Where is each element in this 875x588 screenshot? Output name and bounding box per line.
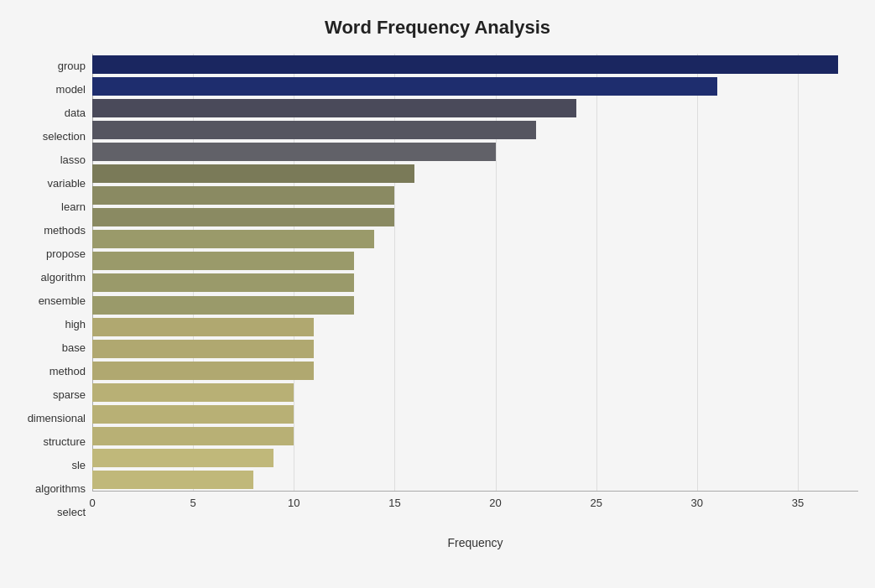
bar [92,164,414,183]
bar-row [92,316,858,338]
bar-row [92,403,858,425]
y-label: select [57,501,86,523]
bar [92,427,294,445]
bar [92,77,717,96]
x-tick: 35 [792,497,804,509]
y-label: structure [43,430,86,453]
y-label: high [65,313,86,336]
y-label: lasso [60,148,86,171]
bar-row [92,141,858,163]
bar-row [92,469,858,491]
x-tick: 30 [691,497,703,509]
bar-row [92,382,858,403]
bar-row [92,228,858,250]
y-label: variable [47,172,86,195]
bar-row [92,97,858,119]
y-label: ensemble [39,289,86,312]
y-label: group [58,55,86,77]
y-label: data [65,101,86,124]
y-label: algorithms [35,477,86,500]
bar [92,405,294,424]
bar [92,55,838,74]
y-label: sle [71,454,86,476]
y-label: methods [44,219,86,242]
chart-area: groupmodeldataselectionlassovariablelear… [17,54,858,524]
y-label: propose [46,242,86,265]
bar-row [92,272,858,294]
y-label: model [56,78,86,101]
bar-row [92,185,858,206]
x-axis: Frequency 05101520253035 [92,491,858,524]
bar-row [92,425,858,447]
bar [92,273,354,292]
bar [92,362,314,380]
bar [92,296,354,315]
bar-row [92,206,858,228]
x-tick: 20 [489,497,501,509]
y-labels: groupmodeldataselectionlassovariablelear… [17,54,92,524]
bar [92,143,496,161]
bar-row [92,163,858,185]
bar [92,230,374,248]
y-label: base [62,336,86,359]
y-label: sparse [53,383,86,406]
bar [92,340,314,358]
x-tick: 10 [288,497,299,509]
x-axis-label: Frequency [447,536,503,549]
bar [92,121,536,139]
x-tick: 25 [590,497,602,509]
bar [92,99,576,117]
x-tick: 15 [388,497,400,509]
y-label: dimensional [28,407,86,429]
bar-row [92,250,858,272]
x-tick: 5 [190,497,196,509]
y-label: method [49,360,86,382]
bars-and-xaxis: Frequency 05101520253035 [92,54,858,524]
chart-container: Word Frequency Analysis groupmodeldatase… [0,0,875,588]
bar-row [92,447,858,469]
bar [92,252,354,270]
bar-row [92,75,858,97]
y-label: selection [43,125,86,148]
x-tick: 0 [89,497,95,509]
bars-area [92,54,858,491]
bar-row [92,294,858,316]
bar-row [92,338,858,360]
chart-title: Word Frequency Analysis [17,17,858,39]
bar [92,449,273,467]
bar [92,471,253,489]
y-label: learn [61,195,86,218]
bar-row [92,54,858,75]
bar [92,208,394,226]
bar-row [92,119,858,141]
bar [92,383,294,402]
bar [92,186,394,205]
bar-row [92,360,858,382]
bar [92,318,314,336]
y-label: algorithm [41,266,86,289]
bars-list [92,54,858,491]
